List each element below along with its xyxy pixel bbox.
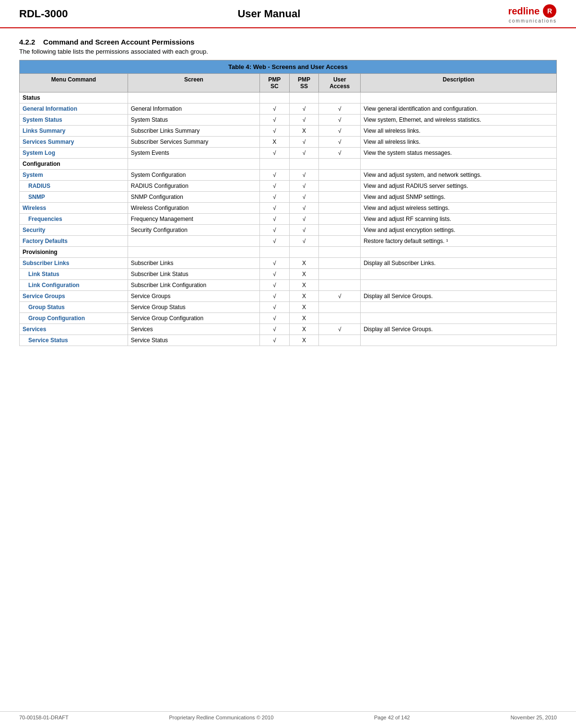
table-row: Service StatusService Status√X — [20, 335, 557, 346]
row-pmp-ss: X — [289, 324, 319, 335]
row-menu: Services — [20, 324, 128, 335]
row-screen: Subscriber Links — [128, 258, 259, 269]
row-pmp-ss: √ — [289, 225, 319, 236]
row-pmp-ss: √ — [289, 214, 319, 225]
row-pmp-sc: √ — [260, 280, 290, 291]
logo-text: redline — [508, 6, 540, 17]
col-pmp-sc: PMPSC — [260, 74, 290, 92]
row-pmp-sc: √ — [260, 203, 290, 214]
section-description — [361, 159, 557, 170]
logo-sub: communications — [509, 18, 557, 23]
section-label: Configuration — [20, 159, 128, 170]
table-row: Configuration — [20, 159, 557, 170]
row-menu: SNMP — [20, 192, 128, 203]
table-row: System StatusSystem Status√√√View system… — [20, 115, 557, 126]
row-screen: System Status — [128, 115, 259, 126]
header-subtitle: User Manual — [237, 8, 300, 20]
row-screen: Service Group Configuration — [128, 313, 259, 324]
section-number: 4.2.2 — [19, 38, 35, 46]
row-description: View and adjust wireless settings. — [361, 203, 557, 214]
row-screen: SNMP Configuration — [128, 192, 259, 203]
table-row: SystemSystem Configuration√√View and adj… — [20, 170, 557, 181]
row-menu: Service Groups — [20, 291, 128, 302]
table-row: Status — [20, 92, 557, 104]
row-pmp-ss: X — [289, 302, 319, 313]
row-description: View and adjust RF scanning lists. — [361, 214, 557, 225]
row-description: Display all Service Groups. — [361, 291, 557, 302]
section-pmp-ss — [289, 92, 319, 104]
row-screen: Frequency Management — [128, 214, 259, 225]
row-pmp-sc: √ — [260, 225, 290, 236]
row-user-access: √ — [319, 291, 361, 302]
row-pmp-sc: √ — [260, 214, 290, 225]
footer-date: November 25, 2010 — [510, 715, 557, 720]
row-menu: Subscriber Links — [20, 258, 128, 269]
row-screen: Wireless Configuration — [128, 203, 259, 214]
row-user-access — [319, 313, 361, 324]
row-description: View and adjust SNMP settings. — [361, 192, 557, 203]
section-title: Command and Screen Account Permissions — [43, 38, 194, 46]
row-pmp-ss: √ — [289, 192, 319, 203]
table-row: General InformationGeneral Information√√… — [20, 104, 557, 115]
table-row: WirelessWireless Configuration√√View and… — [20, 203, 557, 214]
row-description — [361, 335, 557, 346]
row-menu: Frequencies — [20, 214, 128, 225]
row-user-access — [319, 335, 361, 346]
row-pmp-sc: √ — [260, 126, 290, 137]
page-header: RDL-3000 User Manual redline R communi — [0, 0, 576, 28]
row-pmp-ss: X — [289, 269, 319, 280]
row-menu: Link Status — [20, 269, 128, 280]
row-menu: Wireless — [20, 203, 128, 214]
row-user-access — [319, 269, 361, 280]
table-row: Factory Defaults√√Restore factory defaul… — [20, 236, 557, 247]
table-row: System LogSystem Events√√√View the syste… — [20, 148, 557, 159]
row-description: View general identification and configur… — [361, 104, 557, 115]
row-description — [361, 280, 557, 291]
row-description — [361, 302, 557, 313]
row-user-access: √ — [319, 324, 361, 335]
row-description: View all wireless links. — [361, 137, 557, 148]
row-pmp-ss: X — [289, 258, 319, 269]
row-user-access — [319, 225, 361, 236]
row-menu: General Information — [20, 104, 128, 115]
row-description: View system, Ethernet, and wireless stat… — [361, 115, 557, 126]
row-pmp-sc: √ — [260, 170, 290, 181]
row-pmp-sc: √ — [260, 181, 290, 192]
row-pmp-ss: X — [289, 126, 319, 137]
section-label: Provisioning — [20, 247, 128, 258]
row-screen: Subscriber Link Status — [128, 269, 259, 280]
col-menu: Menu Command — [20, 74, 128, 92]
row-menu: Service Status — [20, 335, 128, 346]
table-row: Group ConfigurationService Group Configu… — [20, 313, 557, 324]
row-pmp-ss: √ — [289, 236, 319, 247]
footer-copyright: Proprietary Redline Communications © 201… — [169, 715, 273, 720]
row-pmp-sc: √ — [260, 324, 290, 335]
row-user-access — [319, 181, 361, 192]
header-title: RDL-3000 — [19, 8, 68, 20]
row-description — [361, 269, 557, 280]
row-description: View the system status messages. — [361, 148, 557, 159]
row-description: View and adjust encryption settings. — [361, 225, 557, 236]
row-menu: Links Summary — [20, 126, 128, 137]
section-pmp-ss — [289, 159, 319, 170]
row-pmp-sc: √ — [260, 313, 290, 324]
row-user-access — [319, 192, 361, 203]
row-pmp-sc: √ — [260, 104, 290, 115]
row-screen: Service Groups — [128, 291, 259, 302]
row-user-access: √ — [319, 137, 361, 148]
col-description: Description — [361, 74, 557, 92]
row-menu: System Log — [20, 148, 128, 159]
row-pmp-ss: X — [289, 280, 319, 291]
section-screen — [128, 247, 259, 258]
row-pmp-sc: √ — [260, 302, 290, 313]
row-pmp-ss: √ — [289, 115, 319, 126]
table-row: Service GroupsService Groups√X√Display a… — [20, 291, 557, 302]
logo-icon: R — [542, 4, 557, 18]
row-description: View and adjust system, and network sett… — [361, 170, 557, 181]
permissions-table: Table 4: Web - Screens and User Access M… — [19, 60, 557, 346]
svg-text:R: R — [547, 7, 552, 15]
col-user-access: UserAccess — [319, 74, 361, 92]
section-description — [361, 92, 557, 104]
table-row: Link StatusSubscriber Link Status√X — [20, 269, 557, 280]
row-menu: Group Configuration — [20, 313, 128, 324]
